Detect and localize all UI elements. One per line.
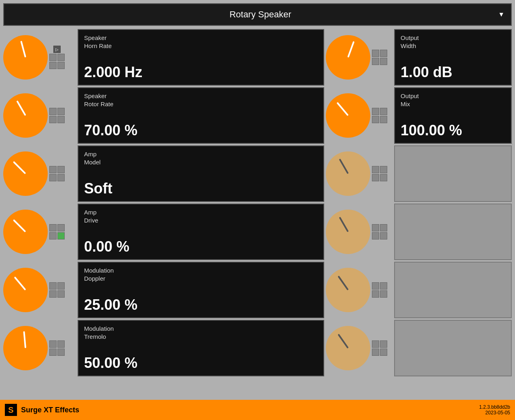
left-knob-amp-model[interactable] — [3, 151, 48, 196]
left-display-amp-model: AmpModelSoft — [78, 145, 324, 202]
left-label-amp-model: AmpModel — [84, 150, 318, 166]
header: Rotary Speaker ▼ — [3, 3, 512, 26]
mini-btn-speaker-rotor-bot-1[interactable] — [57, 116, 65, 123]
left-mini-buttons-modulation-doppler — [49, 282, 65, 298]
left-knob-speaker-rotor[interactable] — [3, 93, 48, 138]
right-label-speaker-horn: OutputWidth — [401, 34, 505, 50]
mini-btn-speaker-horn-bot-0[interactable] — [49, 62, 57, 69]
dropdown-arrow-icon[interactable]: ▼ — [498, 11, 504, 18]
right-section-modulation-doppler — [326, 262, 512, 318]
mini-btn-amp-model-top-1[interactable] — [57, 166, 65, 173]
left-mini-buttons-amp-model — [49, 166, 65, 181]
left-display-speaker-horn: SpeakerHorn Rate2.000 Hz — [78, 29, 324, 86]
left-value-modulation-doppler: 25.00 % — [84, 296, 318, 313]
app-name: Surge XT Effects — [21, 406, 79, 414]
right-mini-buttons-amp-drive — [372, 224, 387, 239]
right-mini-btn-speaker-rotor-bot-0[interactable] — [372, 116, 379, 123]
right-mini-btn-modulation-tremolo-bot-0[interactable] — [372, 349, 379, 356]
right-knob-area-speaker-horn — [326, 35, 393, 80]
right-mini-btn-amp-drive-bot-0[interactable] — [372, 232, 379, 239]
mini-btn-modulation-tremolo-top-1[interactable] — [57, 340, 65, 348]
right-mini-btn-amp-model-top-1[interactable] — [380, 166, 387, 173]
right-knob-amp-model[interactable] — [326, 151, 370, 196]
version-label: 1.2.3.bb8dd2b — [479, 404, 510, 410]
right-mini-btn-modulation-tremolo-top-1[interactable] — [380, 340, 387, 348]
left-value-modulation-tremolo: 50.00 % — [84, 355, 318, 372]
footer-left: S Surge XT Effects — [5, 404, 79, 416]
right-mini-btn-amp-drive-bot-1[interactable] — [380, 232, 387, 239]
right-mini-buttons-modulation-doppler — [372, 282, 387, 298]
logo-box: S — [5, 404, 17, 416]
right-mini-buttons-speaker-horn — [372, 50, 387, 65]
mini-btn-speaker-rotor-top-1[interactable] — [57, 108, 65, 115]
row-speaker-horn: ▷SpeakerHorn Rate2.000 HzOutputWidth1.00… — [3, 29, 512, 86]
right-display-speaker-rotor: OutputMix100.00 % — [394, 87, 512, 144]
right-mini-btn-speaker-horn-bot-1[interactable] — [380, 58, 387, 65]
play-icon[interactable]: ▷ — [53, 46, 61, 53]
left-knob-section-modulation-tremolo — [3, 320, 76, 376]
mini-btn-modulation-tremolo-bot-0[interactable] — [49, 349, 57, 356]
right-mini-btn-amp-drive-top-1[interactable] — [380, 224, 387, 231]
mini-btn-amp-drive-top-1[interactable] — [57, 224, 65, 231]
left-mini-buttons-amp-drive — [49, 224, 65, 239]
right-knob-amp-drive[interactable] — [326, 210, 370, 254]
mini-btn-speaker-horn-top-0[interactable] — [49, 54, 57, 61]
mini-btn-amp-model-bot-1[interactable] — [57, 174, 65, 181]
left-display-modulation-tremolo: ModulationTremolo50.00 % — [78, 320, 324, 376]
right-section-amp-drive — [326, 204, 512, 260]
mini-btn-speaker-rotor-bot-0[interactable] — [49, 116, 57, 123]
right-mini-btn-speaker-rotor-top-0[interactable] — [372, 108, 379, 115]
right-knob-modulation-tremolo[interactable] — [326, 326, 370, 370]
mini-btn-modulation-doppler-bot-1[interactable] — [57, 290, 65, 298]
right-mini-btn-amp-model-top-0[interactable] — [372, 166, 379, 173]
right-mini-btn-modulation-doppler-bot-0[interactable] — [372, 290, 379, 298]
right-mini-btn-modulation-doppler-bot-1[interactable] — [380, 290, 387, 298]
right-mini-btn-speaker-horn-bot-0[interactable] — [372, 58, 379, 65]
right-knob-area-modulation-doppler — [326, 268, 393, 312]
mini-btn-amp-drive-bot-1[interactable] — [57, 232, 65, 239]
row-modulation-doppler: ModulationDoppler25.00 % — [3, 262, 512, 318]
right-label-speaker-rotor: OutputMix — [401, 92, 505, 108]
left-value-speaker-horn: 2.000 Hz — [84, 64, 318, 81]
left-label-amp-drive: AmpDrive — [84, 208, 318, 224]
left-label-speaker-rotor: SpeakerRotor Rate — [84, 92, 318, 108]
right-mini-btn-modulation-doppler-top-0[interactable] — [372, 282, 379, 290]
right-mini-btn-amp-drive-top-0[interactable] — [372, 224, 379, 231]
left-knob-section-amp-model — [3, 145, 76, 202]
mini-btn-speaker-horn-bot-1[interactable] — [57, 62, 65, 69]
mini-btn-speaker-rotor-top-0[interactable] — [49, 108, 57, 115]
right-mini-btn-speaker-horn-top-0[interactable] — [372, 50, 379, 57]
mini-btn-modulation-tremolo-top-0[interactable] — [49, 340, 57, 348]
mini-btn-amp-model-top-0[interactable] — [49, 166, 57, 173]
mini-btn-modulation-doppler-top-0[interactable] — [49, 282, 57, 290]
right-knob-speaker-rotor[interactable] — [326, 93, 370, 138]
left-knob-modulation-tremolo[interactable] — [3, 326, 48, 370]
right-mini-btn-speaker-rotor-bot-1[interactable] — [380, 116, 387, 123]
left-label-modulation-tremolo: ModulationTremolo — [84, 325, 318, 340]
left-value-amp-model: Soft — [84, 180, 318, 197]
right-knob-modulation-doppler[interactable] — [326, 268, 370, 312]
right-mini-btn-modulation-tremolo-top-0[interactable] — [372, 340, 379, 348]
left-knob-modulation-doppler[interactable] — [3, 268, 48, 312]
right-mini-btn-amp-model-bot-1[interactable] — [380, 174, 387, 181]
right-mini-btn-modulation-tremolo-bot-1[interactable] — [380, 349, 387, 356]
mini-btn-speaker-horn-top-1[interactable] — [57, 54, 65, 61]
header-title: Rotary Speaker — [23, 9, 498, 20]
right-mini-btn-amp-model-bot-0[interactable] — [372, 174, 379, 181]
right-knob-area-speaker-rotor — [326, 93, 393, 138]
mini-btn-amp-model-bot-0[interactable] — [49, 174, 57, 181]
left-label-modulation-doppler: ModulationDoppler — [84, 267, 318, 282]
left-knob-amp-drive[interactable] — [3, 210, 48, 254]
right-mini-btn-speaker-horn-top-1[interactable] — [380, 50, 387, 57]
left-knob-speaker-horn[interactable] — [3, 35, 48, 80]
mini-btn-amp-drive-top-0[interactable] — [49, 224, 57, 231]
mini-btn-amp-drive-bot-0[interactable] — [49, 232, 57, 239]
right-knob-speaker-horn[interactable] — [326, 35, 370, 80]
mini-btn-modulation-doppler-bot-0[interactable] — [49, 290, 57, 298]
right-mini-btn-modulation-doppler-top-1[interactable] — [380, 282, 387, 290]
mini-btn-modulation-doppler-top-1[interactable] — [57, 282, 65, 290]
right-display-speaker-horn: OutputWidth1.00 dB — [394, 29, 512, 86]
right-mini-btn-speaker-rotor-top-1[interactable] — [380, 108, 387, 115]
right-display-empty-modulation-doppler — [394, 262, 512, 318]
mini-btn-modulation-tremolo-bot-1[interactable] — [57, 349, 65, 356]
